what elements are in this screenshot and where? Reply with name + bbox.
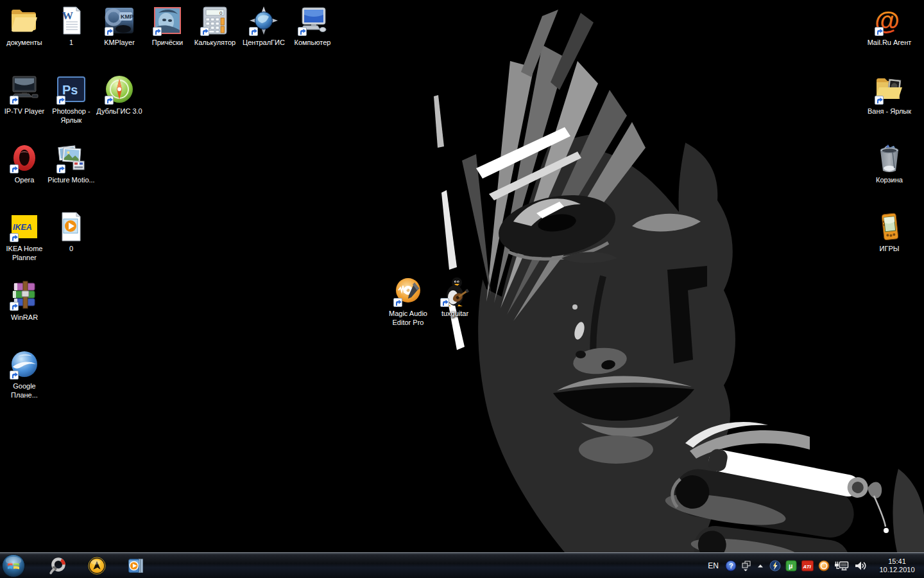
icon-label: 0 (47, 244, 96, 253)
tray-volume[interactable] (854, 557, 867, 574)
picture-motion-icon (56, 143, 87, 173)
shortcut-arrow-icon (56, 164, 65, 173)
icon-label: Причёски (143, 38, 192, 47)
desktop-icon-dublgis[interactable]: ДубльГИС 3.0 (95, 74, 144, 116)
desktop-icon-picture-motion[interactable]: Picture Motio... (47, 143, 96, 184)
tray-network[interactable] (834, 557, 850, 574)
tv-player-icon (9, 74, 40, 105)
desktop-icon-iptv-player[interactable]: IP-TV Player (0, 74, 49, 116)
tray-utorrent[interactable]: µ (785, 557, 797, 574)
svg-text:0: 0 (219, 10, 223, 16)
ikea-icon: IKEA (9, 211, 40, 242)
taskbar-clock[interactable]: 15:41 10.12.2010 (876, 557, 918, 574)
desktop-icon-computer[interactable]: Компьютер (288, 5, 337, 47)
taskbar-pinned-wmp[interactable] (126, 555, 146, 577)
shortcut-arrow-icon (10, 164, 19, 173)
shortcut-arrow-icon (10, 371, 19, 380)
system-tray: EN ? (706, 557, 924, 574)
language-indicator[interactable]: EN (706, 557, 721, 574)
help-button[interactable]: ? (725, 557, 737, 574)
icon-label: Mail.Ru Агент (865, 38, 914, 47)
shortcut-arrow-icon (105, 27, 114, 36)
shortcut-arrow-icon (153, 27, 162, 36)
icon-label: ДубльГИС 3.0 (95, 107, 144, 116)
desktop-icon-ikea[interactable]: IKEA IKEA Home Planner (0, 211, 49, 262)
windows-orb-icon (1, 554, 26, 578)
language-bar-restore-button[interactable] (741, 557, 751, 574)
magic-audio-icon (393, 276, 424, 307)
computer-icon (297, 5, 328, 36)
icon-label: Magic Audio Editor Pro (385, 309, 431, 327)
google-earth-icon (9, 349, 40, 380)
photoshop-icon: Ps (56, 74, 87, 105)
desktop-icon-photoshop[interactable]: Ps Photoshop - Ярлык (47, 74, 96, 125)
svg-text:W: W (62, 10, 73, 22)
globe-compass-icon (248, 5, 279, 36)
icon-label: WinRAR (0, 313, 49, 322)
start-button[interactable] (0, 553, 26, 578)
icon-label: Google Плане... (0, 381, 49, 399)
folder-photo-icon (874, 74, 905, 105)
svg-text:ATI: ATI (803, 563, 812, 569)
icon-label: Калькулятор (191, 38, 239, 47)
desktop-icon-pricheski[interactable]: Причёски (143, 5, 192, 47)
icon-label: KMPlayer (95, 38, 144, 47)
icon-label: 1 (47, 38, 96, 47)
taskbar: EN ? (0, 552, 924, 578)
desktop-icon-centralgis[interactable]: ЦентралГИС (239, 5, 288, 47)
desktop-icon-google-earth[interactable]: Google Плане... (0, 349, 49, 399)
icon-label: Ваня - Ярлык (865, 107, 914, 116)
show-hidden-icons-button[interactable] (756, 557, 765, 574)
desktop-icon-games[interactable]: ИГРЫ (865, 211, 914, 253)
opera-icon (9, 143, 40, 173)
folder-icon (9, 5, 40, 36)
desktop-icon-documents[interactable]: документы (0, 5, 49, 47)
recycle-bin-icon (874, 143, 905, 173)
desktop-icon-winrar[interactable]: WinRAR (0, 280, 49, 322)
tray-download-master[interactable] (818, 557, 830, 574)
svg-text:IKEA: IKEA (13, 223, 32, 232)
tray-ati-catalyst[interactable]: ATI (801, 557, 814, 574)
svg-text:KMP: KMP (121, 13, 133, 20)
shortcut-arrow-icon (10, 233, 19, 242)
desktop-icon-1[interactable]: W 1 (47, 5, 96, 47)
shortcut-arrow-icon (298, 27, 307, 36)
word-document-icon: W (56, 5, 87, 36)
icon-label: IP-TV Player (0, 107, 49, 116)
desktop-icon-vanya[interactable]: Ваня - Ярлык (865, 74, 914, 116)
desktop-icon-kmplayer[interactable]: KMP KMPlayer (95, 5, 144, 47)
desktop-icon-mailru-agent[interactable]: @ Mail.Ru Агент (865, 5, 914, 47)
download-master-icon (818, 560, 830, 572)
dublgis-icon (104, 74, 135, 105)
shortcut-arrow-icon (875, 27, 884, 36)
shortcut-arrow-icon (10, 96, 19, 105)
shortcut-arrow-icon (200, 27, 209, 36)
kmplayer-icon: KMP (104, 5, 135, 36)
svg-text:µ: µ (789, 562, 792, 570)
desktop-icon-tuxguitar[interactable]: tuxguitar (432, 276, 478, 318)
taskbar-pinned-kmplayer[interactable] (47, 555, 68, 577)
svg-text:Ps: Ps (62, 83, 78, 97)
ati-icon: ATI (801, 560, 814, 572)
shortcut-arrow-icon (875, 96, 884, 105)
desktop-icon-opera[interactable]: Opera (0, 143, 49, 184)
calculator-icon: 0 (200, 5, 230, 36)
icon-label: Компьютер (288, 38, 337, 47)
desktop-icon-0[interactable]: 0 (47, 211, 96, 253)
aimp-icon (87, 556, 107, 575)
icon-label: Корзина (865, 175, 914, 184)
desktop-icon-magic-audio[interactable]: Magic Audio Editor Pro (385, 276, 431, 327)
taskbar-pinned-aimp[interactable] (87, 555, 107, 577)
icon-label: ЦентралГИС (239, 38, 288, 47)
desktop-icon-recycle-bin[interactable]: Корзина (865, 143, 914, 184)
shortcut-arrow-icon (440, 298, 449, 307)
shortcut-arrow-icon (56, 96, 65, 105)
shortcut-arrow-icon (393, 298, 402, 307)
shortcut-arrow-icon (10, 302, 19, 311)
winrar-icon (9, 280, 40, 311)
svg-text:?: ? (729, 562, 733, 570)
desktop-icon-calculator[interactable]: 0 Калькулятор (191, 5, 239, 47)
desktop: документы W 1 KMP KMPlayer Причёски 0 Ка… (0, 0, 924, 552)
shortcut-arrow-icon (249, 27, 258, 36)
tray-daemon-tools[interactable] (769, 557, 781, 574)
